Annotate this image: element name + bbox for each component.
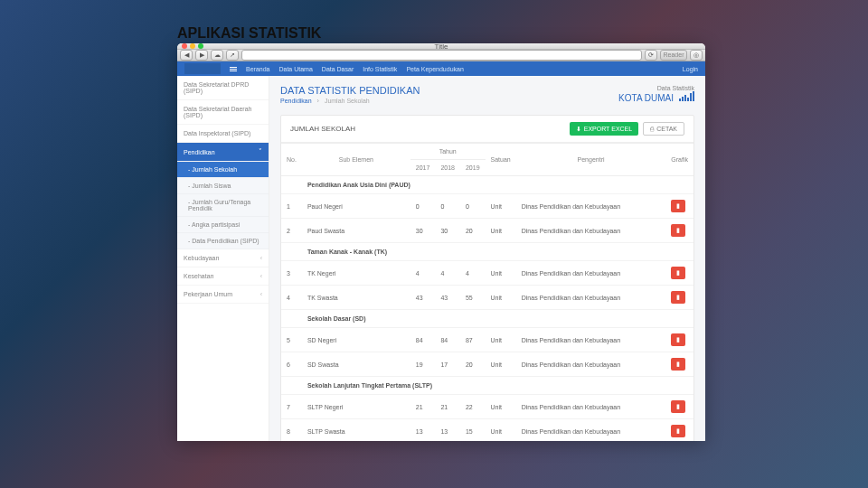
col-2019: 2019 xyxy=(460,160,486,176)
sidebar-item[interactable]: Pekerjaan Umum‹ xyxy=(177,286,269,304)
table-row: Sekolah Lanjutan Tingkat Pertama (SLTP) xyxy=(281,377,693,395)
table-row: 8SLTP Swasta131315UnitDinas Pendidikan d… xyxy=(281,419,693,442)
bar-chart-icon: ▮ xyxy=(676,336,680,343)
login-link[interactable]: Login xyxy=(683,66,698,72)
cetak-button[interactable]: ⎙ CETAK xyxy=(643,122,684,136)
table-row: Taman Kanak - Kanak (TK) xyxy=(281,243,693,261)
col-grafik: Grafik xyxy=(665,144,693,176)
cloud-button[interactable]: ☁ xyxy=(211,50,223,61)
sidebar-subitem[interactable]: - Jumlah Guru/Tenaga Pendidik xyxy=(177,194,269,217)
share-button[interactable]: ↗ xyxy=(226,50,239,61)
breadcrumb: Pendidikan › Jumlah Sekolah xyxy=(280,98,420,104)
col-pengentri: Pengentri xyxy=(516,144,666,176)
bar-chart-icon: ▮ xyxy=(676,427,680,435)
chart-button[interactable]: ▮ xyxy=(671,333,685,346)
table-row: Sekolah Dasar (SD) xyxy=(281,310,693,328)
col-satuan: Satuan xyxy=(486,144,516,176)
chart-button[interactable]: ▮ xyxy=(671,400,685,413)
sidebar: Data Sekretariat DPRD (SIPD)Data Sekreta… xyxy=(177,76,269,441)
sidebar-item[interactable]: Kesehatan‹ xyxy=(177,267,269,286)
sidebar-item[interactable]: Kebudayaan‹ xyxy=(177,249,269,267)
browser-toolbar: ◀ ▶ ☁ ↗ ⟳ Reader ◎ xyxy=(177,50,705,61)
url-input[interactable] xyxy=(241,50,642,61)
top-nav: Beranda Data Utama Data Dasar Info Stati… xyxy=(246,66,464,72)
page-title: DATA STATISTIK PENDIDIKAN xyxy=(280,85,420,96)
chart-icon xyxy=(679,91,694,101)
content: DATA STATISTIK PENDIDIKAN Pendidikan › J… xyxy=(269,76,705,441)
table-row: 7SLTP Negeri212122UnitDinas Pendidikan d… xyxy=(281,395,693,419)
crumb-pendidikan[interactable]: Pendidikan xyxy=(280,98,312,104)
col-tahun: Tahun xyxy=(410,144,486,160)
export-excel-button[interactable]: ⬇ EXPORT EXCEL xyxy=(570,122,638,136)
reload-button[interactable]: ⟳ xyxy=(645,50,657,61)
table-row: 1Paud Negeri000UnitDinas Pendidikan dan … xyxy=(281,194,693,219)
window-title: Title xyxy=(435,43,448,51)
app-logo xyxy=(184,63,221,74)
data-panel: JUMLAH SEKOLAH ⬇ EXPORT EXCEL ⎙ CETAK xyxy=(280,115,694,441)
col-2018: 2018 xyxy=(435,160,460,176)
download-icon: ⬇ xyxy=(576,126,581,133)
chart-button[interactable]: ▮ xyxy=(671,224,685,237)
col-sub: Sub Elemen xyxy=(302,144,410,176)
minimize-icon[interactable] xyxy=(190,43,195,49)
bar-chart-icon: ▮ xyxy=(676,269,680,277)
back-button[interactable]: ◀ xyxy=(180,50,193,61)
slide-title: APLIKASI STATISTIK xyxy=(177,25,321,42)
sidebar-item[interactable]: Pendidikan˅ xyxy=(177,143,269,162)
app-header: Beranda Data Utama Data Dasar Info Stati… xyxy=(177,61,705,76)
sidebar-item[interactable]: Data Sekretariat Daerah (SIPD) xyxy=(177,100,269,125)
sidebar-item[interactable]: Data Inspektorat (SIPD) xyxy=(177,125,269,143)
table-row: 5SD Negeri848487UnitDinas Pendidikan dan… xyxy=(281,328,693,352)
titlebar: Title xyxy=(177,43,705,50)
app: Beranda Data Utama Data Dasar Info Stati… xyxy=(177,61,705,441)
bar-chart-icon: ▮ xyxy=(676,403,680,410)
bar-chart-icon: ▮ xyxy=(676,227,680,234)
sidebar-subitem[interactable]: - Jumlah Sekolah xyxy=(177,162,269,178)
crumb-jumlah-sekolah: Jumlah Sekolah xyxy=(325,98,370,104)
sidebar-subitem[interactable]: - Data Pendidikan (SIPD) xyxy=(177,233,269,249)
forward-button[interactable]: ▶ xyxy=(195,50,208,61)
sidebar-item[interactable]: Data Sekretariat DPRD (SIPD) xyxy=(177,76,269,100)
table-row: Pendidikan Anak Usia Dini (PAUD) xyxy=(281,176,693,194)
table-row: 3TK Negeri444UnitDinas Pendidikan dan Ke… xyxy=(281,261,693,286)
bar-chart-icon: ▮ xyxy=(676,294,680,301)
bar-chart-icon: ▮ xyxy=(676,361,680,368)
nav-data-utama[interactable]: Data Utama xyxy=(278,66,312,72)
nav-info-statistik[interactable]: Info Statistik xyxy=(363,66,397,72)
table-row: 2Paud Swasta303020UnitDinas Pendidikan d… xyxy=(281,219,693,243)
nav-beranda[interactable]: Beranda xyxy=(246,66,269,72)
chart-button[interactable]: ▮ xyxy=(671,291,685,304)
menu-toggle-icon[interactable] xyxy=(230,66,239,72)
maximize-icon[interactable] xyxy=(198,43,203,49)
col-no: No. xyxy=(281,144,302,176)
col-2017: 2017 xyxy=(410,160,436,176)
bar-chart-icon: ▮ xyxy=(676,202,680,210)
sidebar-subitem[interactable]: - Jumlah Siswa xyxy=(177,178,269,194)
nav-peta-kependudukan[interactable]: Peta Kependudukan xyxy=(406,66,463,72)
sidebar-subitem[interactable]: - Angka partisipasi xyxy=(177,217,269,233)
data-table: No. Sub Elemen Tahun Satuan Pengentri Gr… xyxy=(281,143,693,441)
close-icon[interactable] xyxy=(182,43,187,49)
table-row: 4TK Swasta434355UnitDinas Pendidikan dan… xyxy=(281,286,693,310)
chart-button[interactable]: ▮ xyxy=(671,425,685,437)
table-row: 6SD Swasta191720UnitDinas Pendidikan dan… xyxy=(281,352,693,377)
chart-button[interactable]: ▮ xyxy=(671,358,685,371)
nav-data-dasar[interactable]: Data Dasar xyxy=(322,66,354,72)
browser-window: Title ◀ ▶ ☁ ↗ ⟳ Reader ◎ Beranda Data Ut… xyxy=(177,43,705,441)
chart-button[interactable]: ▮ xyxy=(671,200,685,212)
kota-badge: Data Statistik KOTA DUMAI xyxy=(618,85,694,103)
reader-button[interactable]: Reader xyxy=(660,50,687,61)
print-icon: ⎙ xyxy=(650,126,654,132)
chart-button[interactable]: ▮ xyxy=(671,267,685,279)
panel-title: JUMLAH SEKOLAH xyxy=(290,125,355,133)
settings-button[interactable]: ◎ xyxy=(690,50,703,61)
